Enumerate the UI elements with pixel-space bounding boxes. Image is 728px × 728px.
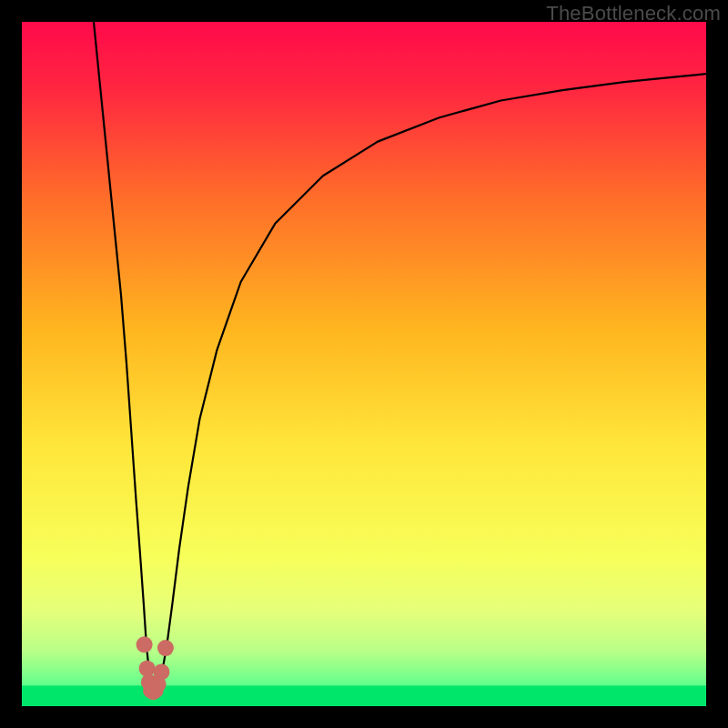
chart-frame: TheBottleneck.com [0, 0, 728, 728]
highlight-dot [153, 663, 169, 680]
plot-area [22, 22, 706, 706]
highlight-dot [157, 640, 174, 656]
highlight-dot [136, 636, 153, 652]
watermark-text: TheBottleneck.com [546, 2, 721, 25]
gradient-background [22, 22, 706, 706]
green-band [22, 685, 706, 706]
highlight-dot [139, 661, 156, 677]
chart-svg [22, 22, 706, 706]
